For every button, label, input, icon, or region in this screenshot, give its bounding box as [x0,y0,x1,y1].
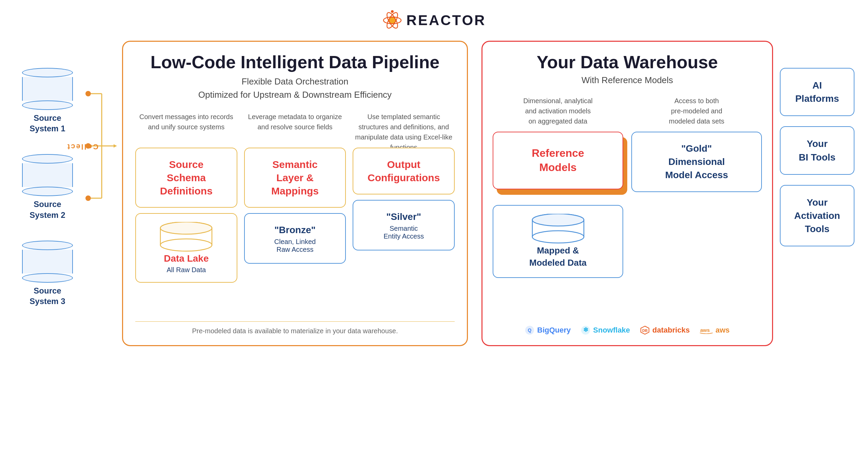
card-silver-subtitle: SemanticEntity Access [360,225,447,240]
cylinder-ss1 [22,68,73,110]
source-label-2: SourceSystem 2 [29,199,65,220]
warehouse-col2-desc: Access to bothpre-modeled andmodeled dat… [669,96,724,126]
source-system-item: SourceSystem 1 [14,68,81,134]
tool-box-ai: AIPlatforms [780,68,854,116]
snowflake-logo: ❄ Snowflake [581,325,630,335]
snowflake-icon: ❄ [581,325,590,335]
warehouse-col1-desc: Dimensional, analyticaland activation mo… [523,96,593,126]
datalake-cylinder-svg [159,222,213,252]
collect-label: Collect [66,142,98,151]
pipeline-box: Low-Code Intelligent Data Pipeline Flexi… [122,41,468,346]
card-semantic-layer: SemanticLayer &Mappings [244,148,346,208]
cylinder-ss2 [22,154,73,196]
card-data-lake: Data Lake All Raw Data [135,213,237,283]
svg-point-17 [160,222,212,234]
page-wrapper: REACTOR SourceSystem 1 SourceSystem 2 [0,0,868,451]
bigquery-logo: Q BigQuery [525,325,571,335]
svg-point-20 [532,231,584,243]
card-output-config: OutputConfigurations [353,148,455,194]
svg-point-16 [160,239,212,251]
source-system-item: SourceSystem 3 [14,241,81,306]
warehouse-subtitle: With Reference Models [493,75,762,86]
pipeline-title: Low-Code Intelligent Data Pipeline [135,52,455,72]
mapped-modeled-title: Mapped &Modeled Data [529,244,587,269]
card-gold-dimensional: "Gold"DimensionalModel Access [631,132,762,192]
pipeline-col1-desc: Convert messages into records and unify … [135,112,237,142]
bigquery-icon: Q [525,325,534,335]
tool-bi-label: YourBI Tools [787,137,847,164]
warehouse-title: Your Data Warehouse [493,52,762,72]
warehouse-col-2: Access to bothpre-modeled andmodeled dat… [631,96,762,313]
aws-icon: aws [700,326,713,334]
source-system-item: SourceSystem 2 [14,154,81,220]
tool-ai-label: AIPlatforms [787,79,847,105]
svg-text:DB: DB [642,328,648,333]
logo-area: REACTOR [382,10,486,31]
card-mapped-modeled: Mapped &Modeled Data [493,205,623,278]
source-label-1: SourceSystem 1 [29,113,65,134]
warehouse-columns: Dimensional, analyticaland activation mo… [493,96,762,313]
right-tools-panel: AIPlatforms YourBI Tools YourActivationT… [780,68,854,246]
svg-point-4 [391,10,394,13]
card-silver: "Silver" SemanticEntity Access [353,200,455,250]
logo-text: REACTOR [407,12,486,29]
databricks-icon: DB [640,325,650,335]
pipeline-col-1: Convert messages into records and unify … [135,112,237,315]
datalake-subtitle: All Raw Data [167,266,206,274]
pipeline-subtitle: Flexible Data Orchestration Optimized fo… [135,75,455,101]
main-layout: SourceSystem 1 SourceSystem 2 SourceSyst… [14,41,854,441]
mapped-cylinder-svg [531,214,585,244]
pipeline-col-3: Use templated semantic structures and de… [353,112,455,315]
ref-card-front: ReferenceModels [493,132,623,189]
tool-activation-label: YourActivationTools [787,196,847,236]
svg-point-21 [532,214,584,226]
card-source-schema-title: SourceSchemaDefinitions [143,158,230,198]
pipeline-col-2: Leverage metadata to organize and resolv… [244,112,346,315]
pipeline-col2-desc: Leverage metadata to organize and resolv… [244,112,346,142]
datalake-title: Data Lake [164,252,209,265]
tool-box-bi: YourBI Tools [780,126,854,174]
card-output-title: OutputConfigurations [360,158,447,184]
reactor-logo-icon [382,10,402,31]
warehouse-logos: Q BigQuery ❄ Snowflake DB dat [493,320,762,335]
pipeline-col3-desc: Use templated semantic structures and de… [353,112,455,142]
ref-model-title: ReferenceModels [532,146,584,174]
source-systems-panel: SourceSystem 1 SourceSystem 2 SourceSyst… [14,68,81,306]
warehouse-col-1: Dimensional, analyticaland activation mo… [493,96,623,313]
card-semantic-title: SemanticLayer &Mappings [252,158,339,198]
pipeline-columns: Convert messages into records and unify … [135,112,455,315]
cylinder-ss3 [22,241,73,283]
card-silver-title: "Silver" [360,210,447,223]
card-bronze-title: "Bronze" [252,223,339,237]
databricks-logo: DB databricks [640,325,690,335]
warehouse-box: Your Data Warehouse With Reference Model… [481,41,773,346]
aws-logo: aws aws [700,326,730,335]
svg-point-7 [85,195,91,201]
svg-marker-13 [114,144,117,148]
svg-text:Q: Q [528,327,532,333]
gold-dimensional-title: "Gold"DimensionalModel Access [639,142,754,182]
collect-connector: Collect [88,68,115,224]
svg-text:❄: ❄ [583,326,588,333]
svg-text:aws: aws [700,327,710,333]
card-bronze-subtitle: Clean, LinkedRaw Access [252,238,339,253]
premodeled-note: Pre-modeled data is available to materia… [135,321,455,335]
reference-model-stack: ReferenceModels [493,132,623,200]
svg-point-5 [85,91,91,96]
card-source-schema: SourceSchemaDefinitions [135,148,237,208]
tool-box-activation: YourActivationTools [780,185,854,247]
source-label-3: SourceSystem 3 [29,285,65,306]
card-bronze: "Bronze" Clean, LinkedRaw Access [244,213,346,264]
